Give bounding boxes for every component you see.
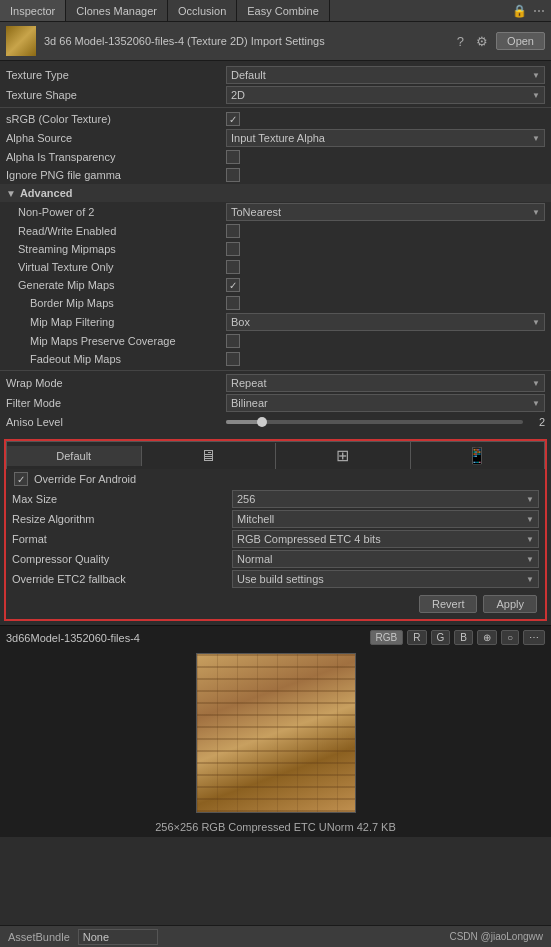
alpha-transparency-label: Alpha Is Transparency xyxy=(6,151,226,163)
revert-button[interactable]: Revert xyxy=(419,595,477,613)
override-check-row: Override For Android xyxy=(6,469,545,489)
channel-extra2-btn[interactable]: ○ xyxy=(501,630,519,645)
alpha-source-label: Alpha Source xyxy=(6,132,226,144)
ignore-png-row: Ignore PNG file gamma xyxy=(0,166,551,184)
platform-tab-default[interactable]: Default xyxy=(7,446,142,466)
platform-tab-android[interactable]: 📱 xyxy=(411,442,545,469)
mip-filtering-label: Mip Map Filtering xyxy=(6,316,226,328)
mip-filtering-row: Mip Map Filtering Box xyxy=(0,312,551,332)
compressor-quality-label: Compressor Quality xyxy=(12,553,232,565)
windows-icon: ⊞ xyxy=(336,447,349,464)
override-etc2-dropdown-wrap: Use build settings xyxy=(232,570,539,588)
channel-b-btn[interactable]: B xyxy=(454,630,473,645)
border-mip-row: Border Mip Maps xyxy=(0,294,551,312)
tab-easy-combine[interactable]: Easy Combine xyxy=(237,0,330,21)
override-etc2-dropdown[interactable]: Use build settings xyxy=(232,570,539,588)
channel-extra1-btn[interactable]: ⊕ xyxy=(477,630,497,645)
texture-shape-dropdown-wrap: 2D xyxy=(226,86,545,104)
advanced-arrow: ▼ xyxy=(6,188,16,199)
fadeout-row: Fadeout Mip Maps xyxy=(0,350,551,368)
tab-inspector-label: Inspector xyxy=(10,5,55,17)
advanced-section[interactable]: ▼ Advanced xyxy=(0,184,551,202)
border-mip-checkbox[interactable] xyxy=(226,296,240,310)
streaming-mipmaps-label: Streaming Mipmaps xyxy=(6,243,226,255)
filter-mode-dropdown-wrap: Bilinear xyxy=(226,394,545,412)
srgb-label: sRGB (Color Texture) xyxy=(6,113,226,125)
settings-icon[interactable]: ⚙ xyxy=(472,32,492,51)
lock-icon: 🔒 xyxy=(512,4,527,18)
virtual-texture-label: Virtual Texture Only xyxy=(6,261,226,273)
resize-algorithm-dropdown[interactable]: Mitchell xyxy=(232,510,539,528)
aniso-slider[interactable] xyxy=(226,420,523,424)
channel-rgb-btn[interactable]: RGB xyxy=(370,630,404,645)
srgb-checkbox[interactable] xyxy=(226,112,240,126)
more-icon[interactable]: ⋯ xyxy=(533,4,545,18)
channel-r-btn[interactable]: R xyxy=(407,630,426,645)
read-write-row: Read/Write Enabled xyxy=(0,222,551,240)
alpha-source-dropdown[interactable]: Input Texture Alpha xyxy=(226,129,545,147)
advanced-label: Advanced xyxy=(20,187,73,199)
non-power-dropdown[interactable]: ToNearest xyxy=(226,203,545,221)
read-write-label: Read/Write Enabled xyxy=(6,225,226,237)
mip-preserve-row: Mip Maps Preserve Coverage xyxy=(0,332,551,350)
compressor-quality-row: Compressor Quality Normal xyxy=(6,549,545,569)
header-actions: ? ⚙ Open xyxy=(453,32,545,51)
wrap-mode-dropdown-wrap: Repeat xyxy=(226,374,545,392)
platform-override-box: Default 🖥 ⊞ 📱 Override For Android M xyxy=(4,439,547,621)
non-power-dropdown-wrap: ToNearest xyxy=(226,203,545,221)
resize-algorithm-row: Resize Algorithm Mitchell xyxy=(6,509,545,529)
override-android-checkbox[interactable] xyxy=(14,472,28,486)
tab-bar: Inspector Clones Manager Occlusion Easy … xyxy=(0,0,551,22)
format-dropdown[interactable]: RGB Compressed ETC 4 bits xyxy=(232,530,539,548)
texture-shape-row: Texture Shape 2D xyxy=(0,85,551,105)
generate-mip-checkbox[interactable] xyxy=(226,278,240,292)
generate-mip-label: Generate Mip Maps xyxy=(6,279,226,291)
filter-mode-dropdown[interactable]: Bilinear xyxy=(226,394,545,412)
read-write-checkbox[interactable] xyxy=(226,224,240,238)
wrap-mode-dropdown[interactable]: Repeat xyxy=(226,374,545,392)
filter-mode-label: Filter Mode xyxy=(6,397,226,409)
resize-algorithm-dropdown-wrap: Mitchell xyxy=(232,510,539,528)
tab-clones-manager-label: Clones Manager xyxy=(76,5,157,17)
override-etc2-label: Override ETC2 fallback xyxy=(12,573,232,585)
asset-bundle-input[interactable] xyxy=(78,929,158,945)
texture-type-dropdown[interactable]: Default xyxy=(226,66,545,84)
tab-occlusion-label: Occlusion xyxy=(178,5,226,17)
format-row: Format RGB Compressed ETC 4 bits xyxy=(6,529,545,549)
aniso-slider-thumb[interactable] xyxy=(257,417,267,427)
channel-g-btn[interactable]: G xyxy=(431,630,451,645)
tab-clones-manager[interactable]: Clones Manager xyxy=(66,0,168,21)
texture-type-row: Texture Type Default xyxy=(0,65,551,85)
compressor-quality-dropdown[interactable]: Normal xyxy=(232,550,539,568)
texture-shape-dropdown[interactable]: 2D xyxy=(226,86,545,104)
generate-mip-row: Generate Mip Maps xyxy=(0,276,551,294)
action-row: Revert Apply xyxy=(6,589,545,619)
mip-preserve-label: Mip Maps Preserve Coverage xyxy=(6,335,226,347)
open-button[interactable]: Open xyxy=(496,32,545,50)
virtual-texture-checkbox[interactable] xyxy=(226,260,240,274)
platform-tab-monitor[interactable]: 🖥 xyxy=(142,443,277,469)
texture-type-label: Texture Type xyxy=(6,69,226,81)
tab-easy-combine-label: Easy Combine xyxy=(247,5,319,17)
max-size-dropdown[interactable]: 256 xyxy=(232,490,539,508)
mip-filtering-dropdown[interactable]: Box xyxy=(226,313,545,331)
ignore-png-checkbox[interactable] xyxy=(226,168,240,182)
platform-override-inner: Default 🖥 ⊞ 📱 Override For Android M xyxy=(6,441,545,619)
mip-preserve-checkbox[interactable] xyxy=(226,334,240,348)
monitor-icon: 🖥 xyxy=(200,447,216,464)
max-size-row: Max Size 256 xyxy=(6,489,545,509)
channel-extra3-btn[interactable]: ⋯ xyxy=(523,630,545,645)
main-content: 3d 66 Model-1352060-files-4 (Texture 2D)… xyxy=(0,22,551,947)
apply-button[interactable]: Apply xyxy=(483,595,537,613)
non-power-label: Non-Power of 2 xyxy=(6,206,226,218)
preview-header: 3d66Model-1352060-files-4 RGB R G B ⊕ ○ … xyxy=(6,630,545,645)
streaming-mipmaps-checkbox[interactable] xyxy=(226,242,240,256)
wrap-mode-label: Wrap Mode xyxy=(6,377,226,389)
help-icon[interactable]: ? xyxy=(453,32,468,51)
tab-occlusion[interactable]: Occlusion xyxy=(168,0,237,21)
fadeout-checkbox[interactable] xyxy=(226,352,240,366)
alpha-transparency-checkbox[interactable] xyxy=(226,150,240,164)
tab-inspector[interactable]: Inspector xyxy=(0,0,66,21)
mip-filtering-dropdown-wrap: Box xyxy=(226,313,545,331)
platform-tab-windows[interactable]: ⊞ xyxy=(276,442,411,469)
